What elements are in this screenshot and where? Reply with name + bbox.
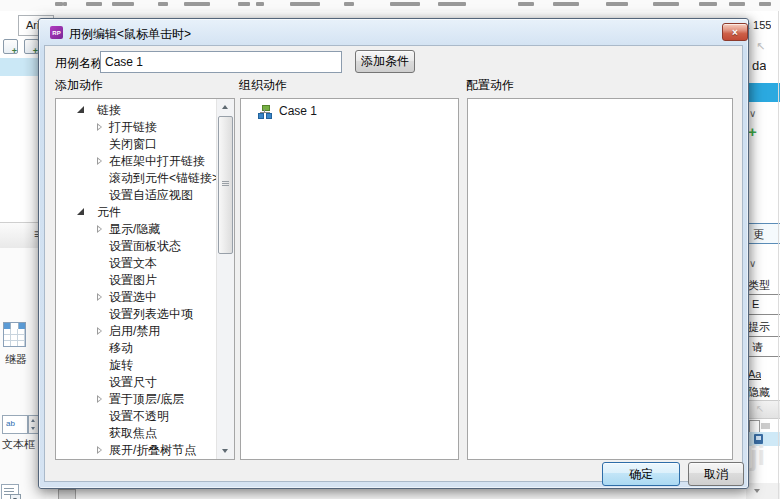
spacer [96,258,106,268]
case-name-input[interactable] [100,51,342,73]
nw-arrow-icon: ↖ [756,40,765,53]
spacer [96,190,106,200]
action-tree-item-label: 元件 [97,204,121,221]
add-action-panel: 链接打开链接关闭窗口在框架中打开链接滚动到元件<锚链接>设置自适应视图元件显示/… [55,98,235,460]
toolbar-label-fragment [759,2,771,6]
close-icon[interactable]: × [722,23,748,41]
cancel-button[interactable]: 取消 [688,462,744,486]
scroll-up-icon[interactable] [217,99,234,115]
textfield-widget-icon[interactable]: ab [2,415,28,434]
scroll-down-button[interactable] [746,483,780,499]
chevron-down-icon[interactable]: ∨ [749,108,756,119]
configure-action-column-label: 配置动作 [466,77,514,94]
add-action-column-label: 添加动作 [55,77,103,94]
textfield-widget-label[interactable]: 文本框 [2,437,35,452]
action-tree: 链接打开链接关闭窗口在框架中打开链接滚动到元件<锚链接>设置自适应视图元件显示/… [56,99,217,459]
toolbar-label-fragment [553,2,579,6]
action-tree-item-label: 设置不透明 [109,408,169,425]
action-tree-item[interactable]: 启用/禁用 [56,323,217,340]
toolbar-label-fragment [158,2,168,6]
inspector-selected-tab[interactable] [746,83,780,102]
widget-name-fragment[interactable]: da [752,58,766,73]
toolbar-label-fragment [606,2,628,6]
toolbar-label-fragment [518,2,534,6]
add-page-icon[interactable] [3,39,18,54]
collapse-arrow-icon[interactable] [96,156,106,166]
more-events-button[interactable]: 更 [747,223,780,244]
action-tree-item-label: 设置自适应视图 [109,187,193,204]
outline-panel-header: ↖ [746,400,780,419]
organize-case-item[interactable]: Case 1 [241,103,458,120]
add-folder-icon[interactable] [24,39,39,54]
inspector-panel: : 155 ↖ da ∨ + 更 ∨ 类型 E 提示 请 Aa 隐藏 ↖ ji [746,11,780,499]
chevron-down-icon[interactable]: ∨ [749,258,756,269]
action-tree-item[interactable]: 显示/隐藏 [56,221,217,238]
action-tree-item-label: 设置尺寸 [109,374,157,391]
case-name-label: 用例名称 [55,55,103,72]
type-label: 类型 [748,278,780,293]
action-tree-item-label: 设置列表选中项 [109,306,193,323]
repeater-widget-label[interactable]: 继器 [5,352,27,367]
action-tree-item[interactable]: 滚动到元件<锚链接> [56,170,217,187]
collapse-arrow-icon[interactable] [96,224,106,234]
action-tree-item[interactable]: 打开链接 [56,119,217,136]
toolbar-label-fragment [86,2,102,6]
case-editor-dialog: RP 用例编辑<鼠标单击时> × 用例名称 添加条件 添加动作 组织动作 配置动… [38,18,749,489]
ok-button[interactable]: 确定 [602,462,680,486]
action-tree-item[interactable]: 链接 [56,102,217,119]
spacer [96,275,106,285]
scroll-down-icon[interactable] [217,443,234,459]
repeater-widget-icon[interactable] [3,322,26,347]
collapse-arrow-icon[interactable] [96,292,106,302]
action-tree-item[interactable]: 设置不透明 [56,408,217,425]
type-dropdown[interactable]: E [747,294,780,315]
collapse-arrow-icon[interactable] [96,122,106,132]
collapse-arrow-icon[interactable] [96,445,106,455]
textfield-icon-text: ab [6,420,15,428]
hint-input[interactable]: 请 [747,336,780,357]
font-sample-link[interactable]: Aa [748,368,761,380]
dialog-titlebar[interactable]: RP 用例编辑<鼠标单击时> × [39,19,748,45]
organize-action-column-label: 组织动作 [239,77,287,94]
action-tree-item-label: 滚动到元件<锚链接> [109,170,217,187]
action-tree-item[interactable]: 元件 [56,204,217,221]
action-tree-item[interactable]: 设置自适应视图 [56,187,217,204]
collapse-arrow-icon[interactable] [96,394,106,404]
hidden-label: 隐藏 [748,385,780,400]
dialog-content: 用例名称 添加条件 添加动作 组织动作 配置动作 链接打开链接关闭窗口在框架中打… [44,45,743,482]
action-tree-item[interactable]: 设置图片 [56,272,217,289]
scrollbar-grip [222,181,229,186]
hint-label: 提示 [748,320,780,335]
add-condition-button[interactable]: 添加条件 [355,50,415,73]
action-tree-item[interactable]: 设置文本 [56,255,217,272]
collapse-arrow-icon[interactable] [96,326,106,336]
top-toolbar-strip [0,0,780,11]
add-case-icon[interactable]: + [748,123,757,140]
scrollbar-thumb[interactable] [218,116,233,254]
nw-arrow-icon: ↖ [756,403,764,414]
action-tree-item[interactable]: 设置列表选中项 [56,306,217,323]
toolbar-label-fragment [238,2,250,6]
action-tree-item-label: 展开/折叠树节点 [109,442,196,459]
action-tree-item-label: 启用/禁用 [109,323,160,340]
action-tree-item[interactable]: 设置尺寸 [56,374,217,391]
expanded-triangle-icon[interactable] [76,207,86,217]
toolbar-label-fragment [699,2,717,6]
action-tree-item[interactable]: 移动 [56,340,217,357]
toolbar-label-fragment [184,2,210,6]
action-tree-item-label: 设置文本 [109,255,157,272]
action-tree-item[interactable]: 置于顶层/底层 [56,391,217,408]
action-tree-item[interactable]: 设置面板状态 [56,238,217,255]
action-tree-item[interactable]: 旋转 [56,357,217,374]
action-tree-item[interactable]: 在框架中打开链接 [56,153,217,170]
panel-divider [778,11,779,499]
expanded-triangle-icon[interactable] [76,105,86,115]
action-tree-item[interactable]: 展开/折叠树节点 [56,442,217,459]
toolbar-label-fragment [63,2,67,6]
action-tree-item-label: 在框架中打开链接 [109,153,205,170]
scrollbar[interactable] [216,99,234,459]
action-tree-item[interactable]: 关闭窗口 [56,136,217,153]
configure-action-panel [467,98,733,460]
action-tree-item[interactable]: 设置选中 [56,289,217,306]
action-tree-item[interactable]: 获取焦点 [56,425,217,442]
